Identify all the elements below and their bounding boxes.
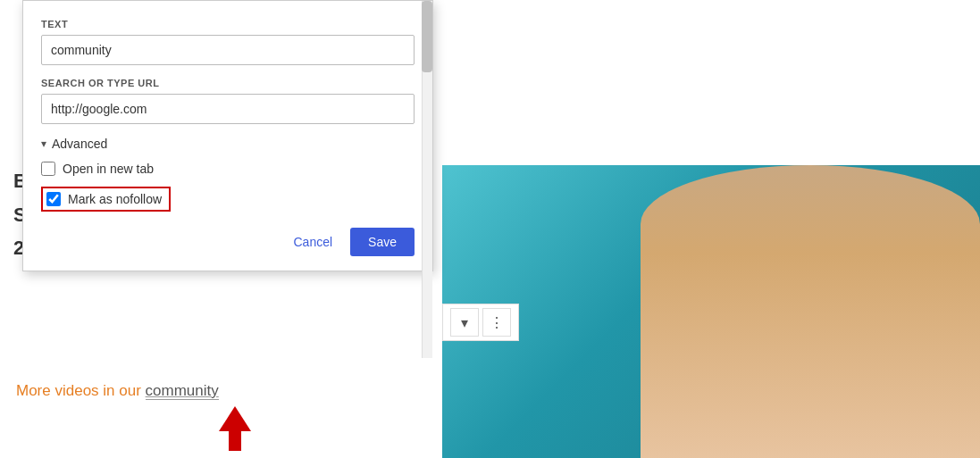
advanced-toggle[interactable]: ▾ Advanced — [41, 137, 415, 151]
url-field-label: SEARCH OR TYPE URL — [41, 78, 415, 88]
link-dialog: TEXT SEARCH OR TYPE URL ▾ Advanced Open … — [22, 0, 433, 271]
bottom-text-link[interactable]: community — [146, 382, 219, 400]
dialog-actions: Cancel Save — [41, 228, 415, 256]
image-area — [442, 165, 980, 458]
more-options-button[interactable]: ⋮ — [482, 308, 511, 337]
cancel-button[interactable]: Cancel — [282, 228, 343, 256]
mark-nofollow-label[interactable]: Mark as nofollow — [68, 192, 162, 206]
dropdown-button[interactable]: ▾ — [450, 308, 479, 337]
advanced-chevron-icon: ▾ — [41, 137, 46, 150]
more-options-icon: ⋮ — [490, 314, 504, 331]
arrow-shaft — [229, 431, 241, 451]
open-new-tab-label[interactable]: Open in new tab — [63, 162, 154, 176]
scrollbar-track[interactable] — [422, 1, 432, 358]
mark-nofollow-checkbox[interactable] — [46, 192, 61, 206]
bottom-text-area: More videos in our community — [16, 382, 219, 400]
text-field-label: TEXT — [41, 19, 415, 29]
toolbar-area: ▾ ⋮ — [442, 304, 519, 341]
scrollbar-thumb[interactable] — [422, 1, 432, 72]
bottom-text-prefix: More videos in our — [16, 382, 146, 399]
save-button[interactable]: Save — [350, 228, 415, 256]
advanced-label: Advanced — [52, 137, 107, 151]
mark-nofollow-row: Mark as nofollow — [41, 185, 415, 213]
open-new-tab-row: Open in new tab — [41, 160, 415, 178]
woman-figure — [641, 165, 980, 458]
text-input[interactable] — [41, 35, 415, 65]
advanced-section: ▾ Advanced Open in new tab Mark as nofol… — [41, 137, 415, 213]
url-input[interactable] — [41, 94, 415, 124]
arrow-container — [219, 406, 251, 451]
open-new-tab-checkbox[interactable] — [41, 162, 55, 176]
dropdown-arrow-icon: ▾ — [461, 314, 468, 331]
arrow-up-icon — [219, 406, 251, 431]
mark-nofollow-highlight: Mark as nofollow — [41, 187, 171, 212]
